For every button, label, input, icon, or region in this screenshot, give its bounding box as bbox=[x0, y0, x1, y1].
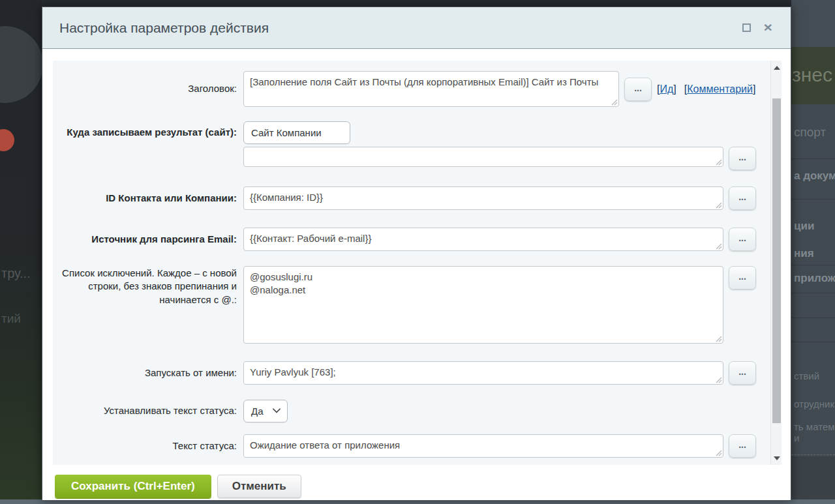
target-select[interactable]: Сайт Компании bbox=[243, 121, 350, 144]
divider bbox=[791, 318, 835, 318]
exclusions-input[interactable]: @gosuslugi.ru @naloga.net bbox=[243, 266, 723, 344]
title-input[interactable]: [Заполнение поля Сайт из Почты (для корп… bbox=[243, 71, 619, 107]
background-menu-item: отрудника bbox=[794, 398, 835, 409]
field-row-title: Заголовок: [Заполнение поля Сайт из Почт… bbox=[53, 71, 770, 107]
contact-id-label: ID Контакта или Компании: bbox=[53, 192, 237, 205]
field-row-email-source: Источник для парсинга Email: {{Контакт: … bbox=[53, 228, 770, 251]
divider bbox=[791, 199, 835, 200]
target-label: Куда записываем результат (сайт): bbox=[53, 126, 237, 139]
cancel-button[interactable]: Отменить bbox=[217, 475, 301, 498]
scroll-up-icon[interactable] bbox=[771, 62, 782, 73]
status-text-label: Текст статуса: bbox=[53, 439, 237, 452]
field-row-exclusions: Список исключений. Каждое – с новой стро… bbox=[53, 266, 770, 344]
background-banner: знес bbox=[791, 47, 835, 104]
dialog-body: Заголовок: [Заполнение поля Сайт из Почт… bbox=[42, 49, 791, 464]
bracket: ] bbox=[753, 83, 755, 95]
field-row-run-as: Запускать от имени: Yuriy Pavlyuk [763];… bbox=[53, 361, 770, 385]
comment-link[interactable]: Комментарий bbox=[687, 83, 753, 95]
background-menu-item: ствий bbox=[794, 370, 819, 381]
target-selected-value: Сайт Компании bbox=[251, 127, 327, 138]
dialog-titlebar: Настройка параметров действия × bbox=[42, 7, 791, 49]
divider bbox=[791, 342, 835, 342]
background-menu-item: ния bbox=[794, 247, 814, 260]
divider bbox=[791, 158, 835, 159]
field-row-status-text: Текст статуса: Ожидание ответа от прилож… bbox=[53, 434, 770, 458]
target-extra-input[interactable] bbox=[243, 147, 723, 167]
action-settings-dialog: Настройка параметров действия × Заголово… bbox=[42, 7, 791, 501]
save-button[interactable]: Сохранить (Ctrl+Enter) bbox=[55, 475, 211, 498]
set-status-selected-value: Да bbox=[251, 406, 265, 417]
form-panel: Заголовок: [Заполнение поля Сайт из Почт… bbox=[53, 61, 782, 465]
contact-id-more-button[interactable]: ... bbox=[729, 186, 756, 210]
divider bbox=[791, 293, 835, 293]
field-row-set-status: Устанавливать текст статуса: Да bbox=[53, 400, 770, 422]
background-page-right: знес спорт а докуме ции ния приложе стви… bbox=[791, 0, 835, 504]
helper-links: [Ид] [Комментарий] bbox=[657, 83, 755, 95]
background-menu-item: ть матема bbox=[794, 421, 835, 432]
exclusions-more-button[interactable]: ... bbox=[729, 266, 756, 289]
background-text: тий bbox=[1, 312, 21, 326]
set-status-label: Устанавливать текст статуса: bbox=[53, 404, 237, 417]
id-link[interactable]: Ид bbox=[660, 83, 673, 95]
chevron-down-icon bbox=[273, 408, 281, 413]
background-menu-item: а докуме bbox=[794, 170, 835, 183]
title-more-button[interactable]: ... bbox=[624, 78, 652, 101]
notification-badge bbox=[0, 129, 14, 151]
close-icon[interactable]: × bbox=[764, 21, 772, 35]
run-as-input[interactable]: Yuriy Pavlyuk [763]; bbox=[243, 361, 723, 385]
background-header bbox=[791, 0, 835, 47]
scrollbar[interactable] bbox=[770, 61, 782, 465]
field-row-target: Куда записываем результат (сайт): Сайт К… bbox=[53, 121, 770, 144]
dialog-title: Настройка параметров действия bbox=[59, 20, 742, 36]
background-footer bbox=[791, 456, 835, 504]
background-menu-item: ции bbox=[794, 220, 814, 233]
scrollbar-thumb[interactable] bbox=[772, 98, 781, 423]
avatar bbox=[0, 26, 42, 103]
background-menu-item: спорт bbox=[794, 125, 826, 140]
title-label: Заголовок: bbox=[53, 82, 237, 95]
email-source-more-button[interactable]: ... bbox=[729, 228, 756, 251]
status-text-input[interactable]: Ожидание ответа от приложения bbox=[243, 434, 723, 458]
bracket: ] bbox=[673, 83, 676, 95]
field-row-contact-id: ID Контакта или Компании: {{Компания: ID… bbox=[53, 186, 770, 210]
run-as-more-button[interactable]: ... bbox=[729, 361, 756, 385]
background-banner-text: знес bbox=[792, 64, 832, 86]
background-text: тру... bbox=[1, 266, 31, 281]
background-menu-item: и bbox=[794, 432, 799, 443]
email-source-input[interactable]: {{Контакт: Рабочий e-mail}} bbox=[243, 228, 723, 251]
maximize-icon[interactable] bbox=[742, 23, 751, 32]
background-menu-item: приложе bbox=[794, 272, 835, 285]
background-page-left: тру... тий bbox=[0, 0, 42, 504]
contact-id-input[interactable]: {{Компания: ID}} bbox=[243, 186, 723, 210]
dialog-footer: Сохранить (Ctrl+Enter) Отменить bbox=[42, 464, 791, 500]
status-text-more-button[interactable]: ... bbox=[729, 434, 756, 458]
scroll-down-icon[interactable] bbox=[771, 452, 782, 464]
run-as-label: Запускать от имени: bbox=[53, 366, 237, 379]
email-source-label: Источник для парсинга Email: bbox=[53, 233, 237, 246]
set-status-select[interactable]: Да bbox=[243, 400, 288, 422]
divider bbox=[791, 454, 835, 455]
target-more-button[interactable]: ... bbox=[729, 147, 756, 170]
field-row-target-extra: ... bbox=[53, 147, 770, 170]
chevron-down-icon bbox=[335, 130, 343, 136]
exclusions-label: Список исключений. Каждое – с новой стро… bbox=[53, 267, 237, 306]
divider bbox=[791, 265, 835, 265]
